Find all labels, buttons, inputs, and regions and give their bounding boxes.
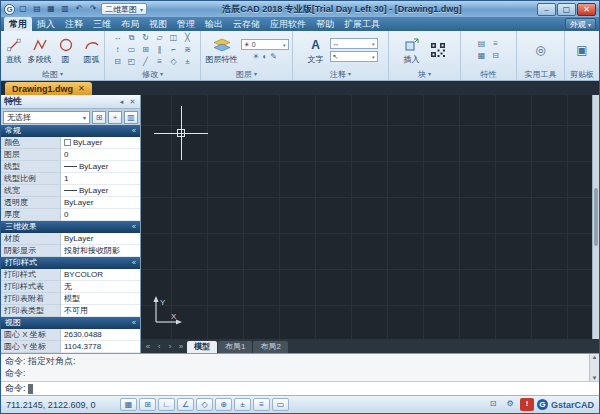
- modify-tool-icon[interactable]: ▭: [125, 44, 139, 56]
- command-history[interactable]: 命令: 指定对角点: 命令: ▲ ▼: [1, 353, 599, 381]
- menu-tab-layout[interactable]: 布局: [116, 17, 144, 31]
- properties-tool-icon[interactable]: ▦: [475, 50, 489, 62]
- prop-row-linetype[interactable]: 线型 ByLayer: [1, 161, 140, 173]
- menu-tab-home[interactable]: 常用: [4, 17, 32, 31]
- block-panel-footer[interactable]: 块 ▾: [389, 69, 460, 80]
- workspace-dropdown[interactable]: 二维草图 ▾: [101, 3, 147, 15]
- menu-tab-cloud[interactable]: 云存储: [228, 17, 265, 31]
- close-palette-icon[interactable]: ✕: [128, 98, 137, 106]
- close-button[interactable]: ✕: [577, 3, 596, 16]
- prop-row-lineweight[interactable]: 线宽 ByLayer: [1, 185, 140, 197]
- toggle-pickadd-button[interactable]: ⊞: [92, 111, 106, 124]
- save-icon[interactable]: ▦: [45, 3, 57, 15]
- paste-icon[interactable]: ▣: [576, 44, 587, 56]
- menu-tab-apps[interactable]: 应用软件: [265, 17, 311, 31]
- layer-state-icon[interactable]: ☀: [252, 52, 259, 61]
- command-scrollbar[interactable]: ▲ ▼: [589, 354, 599, 381]
- modify-tool-icon[interactable]: ╱: [139, 56, 153, 68]
- new-file-icon[interactable]: ▢: [17, 3, 29, 15]
- dyn-toggle[interactable]: ±: [234, 398, 251, 411]
- modify-tool-icon[interactable]: ◰: [125, 56, 139, 68]
- props-section-3d-effects[interactable]: 三维效果 «: [1, 221, 140, 233]
- modify-tool-icon[interactable]: ⌐: [167, 44, 181, 56]
- prop-row-center-y[interactable]: 圆心 Y 坐标 1104.3778: [1, 341, 140, 353]
- menu-tab-view[interactable]: 视图: [144, 17, 172, 31]
- prop-row-layer[interactable]: 图层 0: [1, 149, 140, 161]
- line-button[interactable]: 直线: [2, 37, 26, 64]
- last-layout-icon[interactable]: »: [176, 341, 186, 353]
- vertical-scrollbar[interactable]: [592, 95, 599, 339]
- prop-row-thickness[interactable]: 厚度 0: [1, 209, 140, 221]
- redo-icon[interactable]: ↷: [87, 3, 99, 15]
- prop-row-shadow-display[interactable]: 阴影显示 投射和接收阴影: [1, 245, 140, 257]
- circle-button[interactable]: 圆: [54, 37, 78, 64]
- plot-icon[interactable]: ▥: [59, 3, 71, 15]
- props-section-view[interactable]: 视图 «: [1, 317, 140, 329]
- modify-tool-icon[interactable]: ⊟: [111, 56, 125, 68]
- menu-tab-manage[interactable]: 管理: [172, 17, 200, 31]
- app-logo-icon[interactable]: G: [4, 4, 15, 15]
- menu-tab-express-tools[interactable]: 扩展工具: [339, 17, 385, 31]
- modify-tool-icon[interactable]: ↻: [139, 32, 153, 44]
- first-layout-icon[interactable]: «: [143, 341, 153, 353]
- close-tab-icon[interactable]: ✕: [78, 84, 85, 93]
- menu-tab-insert[interactable]: 插入: [32, 17, 60, 31]
- modify-tool-icon[interactable]: ◫: [167, 32, 181, 44]
- modify-tool-icon[interactable]: ◇: [167, 56, 181, 68]
- dimension-select[interactable]: ↔ ▾: [330, 38, 378, 49]
- layer-properties-button[interactable]: 图层特性: [205, 37, 239, 64]
- settings-icon[interactable]: ⚙: [503, 398, 517, 411]
- maximize-button[interactable]: ▢: [557, 3, 576, 16]
- ortho-toggle[interactable]: ∟: [158, 398, 175, 411]
- tab-layout2[interactable]: 布局2: [253, 341, 287, 353]
- qrcode-button[interactable]: [426, 42, 450, 59]
- prop-row-plot-style[interactable]: 打印样式 BYCOLOR: [1, 269, 140, 281]
- prop-row-material[interactable]: 材质 ByLayer: [1, 233, 140, 245]
- next-layout-icon[interactable]: ›: [165, 341, 175, 353]
- insert-block-button[interactable]: 插入: [400, 37, 424, 64]
- tab-model[interactable]: 模型: [187, 341, 217, 353]
- draw-panel-footer[interactable]: 绘图 ▾: [1, 69, 104, 80]
- document-tab-drawing1[interactable]: Drawing1.dwg ✕: [5, 82, 92, 95]
- undo-icon[interactable]: ↶: [73, 3, 85, 15]
- props-section-plot-style[interactable]: 打印样式 «: [1, 257, 140, 269]
- scroll-up-icon[interactable]: ▲: [592, 354, 598, 360]
- lineweight-toggle[interactable]: ≡: [253, 398, 270, 411]
- layer-select[interactable]: ☀ 0 ▾: [241, 39, 289, 50]
- prop-row-center-x[interactable]: 圆心 X 坐标 2630.0488: [1, 329, 140, 341]
- menu-tab-help[interactable]: 帮助: [311, 17, 339, 31]
- properties-panel-footer[interactable]: 特性: [461, 69, 516, 80]
- polyline-button[interactable]: 多段线: [28, 37, 52, 64]
- prop-row-color[interactable]: 颜色 ByLayer: [1, 137, 140, 149]
- quick-select-button[interactable]: ▥: [124, 111, 138, 124]
- open-file-icon[interactable]: ▤: [31, 3, 43, 15]
- modify-tool-icon[interactable]: ▱: [153, 32, 167, 44]
- prop-row-plot-style-table[interactable]: 打印样式表 无: [1, 281, 140, 293]
- appearance-button[interactable]: 外观 ▾: [565, 18, 596, 30]
- properties-tool-icon[interactable]: ⊟: [489, 50, 503, 62]
- selection-dropdown[interactable]: 无选择 ▾: [3, 111, 90, 124]
- command-input[interactable]: 命令:: [1, 381, 599, 395]
- otrack-toggle[interactable]: ⊕: [215, 398, 232, 411]
- clean-screen-icon[interactable]: ⊡: [486, 398, 500, 411]
- modify-tool-icon[interactable]: ╳: [181, 32, 195, 44]
- modify-tool-icon[interactable]: ↕: [111, 44, 125, 56]
- menu-tab-3d[interactable]: 三维: [88, 17, 116, 31]
- modify-tool-icon[interactable]: ≋: [181, 44, 195, 56]
- scrollbar-thumb[interactable]: [594, 188, 598, 247]
- scroll-down-icon[interactable]: ▼: [592, 375, 598, 381]
- snap-toggle[interactable]: ▦: [120, 398, 137, 411]
- autohide-pin-icon[interactable]: ◂: [117, 98, 126, 106]
- osnap-toggle[interactable]: ◇: [196, 398, 213, 411]
- modify-tool-icon[interactable]: ∥: [153, 44, 167, 56]
- modify-tool-icon[interactable]: ±: [181, 56, 195, 68]
- tab-layout1[interactable]: 布局1: [218, 341, 252, 353]
- model-space-canvas[interactable]: Y X: [141, 95, 599, 339]
- properties-tool-icon[interactable]: ▤: [475, 38, 489, 50]
- props-section-general[interactable]: 常规 «: [1, 125, 140, 137]
- select-objects-button[interactable]: +: [108, 111, 122, 124]
- utilities-panel-footer[interactable]: 实用工具: [517, 69, 564, 80]
- properties-palette-titlebar[interactable]: 特性 ◂ ✕: [1, 95, 140, 109]
- modify-tool-icon[interactable]: ⧉: [125, 32, 139, 44]
- menu-tab-output[interactable]: 输出: [200, 17, 228, 31]
